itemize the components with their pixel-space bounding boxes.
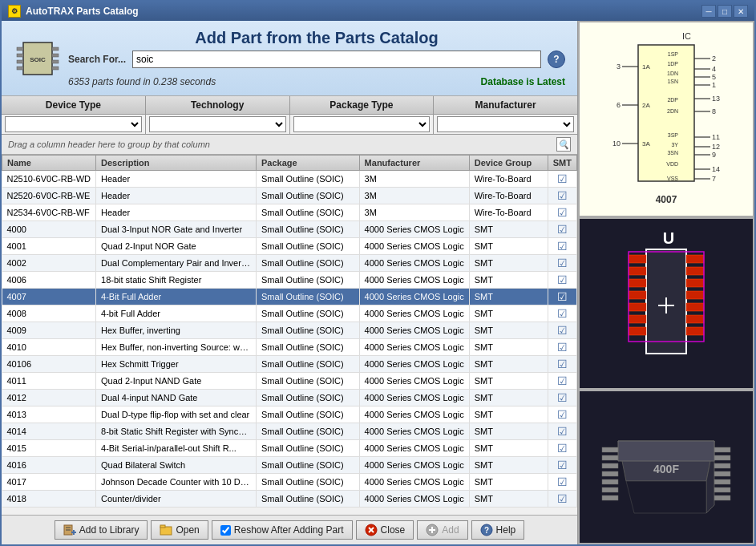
table-row[interactable]: 4013 Dual D-type flip-flop with set and … <box>2 406 577 423</box>
filter-headers: Device Type Technology Package Type Manu… <box>2 96 577 115</box>
svg-text:1SP: 1SP <box>668 51 679 57</box>
cell-pkg: Small Outline (SOIC) <box>257 221 360 238</box>
cell-smt: ☑ <box>548 305 576 322</box>
close-button[interactable]: Close <box>356 520 414 540</box>
filter-technology[interactable]: Technology <box>146 96 290 114</box>
table-row[interactable]: 4015 4-Bit Serial-in/parallel-out Shift … <box>2 440 577 457</box>
svg-text:13: 13 <box>712 95 720 103</box>
filter-package-type[interactable]: Package Type <box>290 96 435 114</box>
schematic-svg: IC 3 1A 6 2A <box>582 25 750 213</box>
right-panel: IC 3 1A 6 2A <box>578 21 754 544</box>
cell-mfr: 4000 Series CMOS Logic <box>359 491 469 508</box>
add-to-library-button[interactable]: Add to Library <box>55 520 148 540</box>
cell-pkg: Small Outline (SOIC) <box>257 491 360 508</box>
cell-desc: 8-bit Static Shift Register with Synchr.… <box>96 423 257 440</box>
table-row[interactable]: 4001 Quad 2-Input NOR Gate Small Outline… <box>2 238 577 255</box>
table-row[interactable]: 4012 Dual 4-input NAND Gate Small Outlin… <box>2 390 577 406</box>
svg-text:3Y: 3Y <box>671 142 678 148</box>
search-icon-button[interactable]: 🔍 <box>556 137 571 152</box>
svg-text:3: 3 <box>617 63 621 71</box>
col-header-name[interactable]: Name <box>2 156 96 171</box>
svg-text:5: 5 <box>712 73 716 81</box>
open-button[interactable]: Open <box>151 520 208 540</box>
svg-text:6: 6 <box>617 101 621 109</box>
svg-rect-102 <box>602 495 618 500</box>
table-row[interactable]: 4017 Johnson Decade Counter with 10 Dec.… <box>2 474 577 491</box>
cell-grp: SMT <box>469 356 548 373</box>
cell-desc: Quad Bilateral Switch <box>96 457 257 474</box>
table-row[interactable]: 4006 18-bit static Shift Register Small … <box>2 272 577 289</box>
svg-rect-2 <box>17 54 23 57</box>
cell-grp: SMT <box>469 305 548 322</box>
cell-pkg: Small Outline (SOIC) <box>257 188 360 204</box>
table-row[interactable]: N2520-6V0C-RB-WE Header Small Outline (S… <box>2 188 577 204</box>
maximize-button[interactable]: □ <box>718 5 732 18</box>
manufacturer-select[interactable] <box>437 116 574 132</box>
filter-manufacturer[interactable]: Manufacturer <box>434 96 577 114</box>
add-library-icon <box>63 524 76 536</box>
table-row[interactable]: 4018 Counter/divider Small Outline (SOIC… <box>2 491 577 508</box>
cell-smt: ☑ <box>548 322 576 339</box>
svg-rect-96 <box>602 447 618 452</box>
cell-mfr: 4000 Series CMOS Logic <box>359 423 469 440</box>
cell-name: N2520-6V0C-RB-WE <box>2 188 96 204</box>
col-header-grp[interactable]: Device Group <box>469 156 548 171</box>
device-type-select[interactable] <box>5 116 142 132</box>
cell-name: 4018 <box>2 491 96 508</box>
cell-grp: SMT <box>469 423 548 440</box>
table-row[interactable]: 4016 Quad Bilateral Switch Small Outline… <box>2 457 577 474</box>
table-row[interactable]: 4007 4-Bit Full Adder Small Outline (SOI… <box>2 289 577 305</box>
cell-pkg: Small Outline (SOIC) <box>257 406 360 423</box>
table-row[interactable]: 4008 4-bit Full Adder Small Outline (SOI… <box>2 305 577 322</box>
svg-rect-3 <box>17 60 23 63</box>
filter-device-type[interactable]: Device Type <box>2 96 146 114</box>
table-row[interactable]: 4011 Quad 2-Input NAND Gate Small Outlin… <box>2 373 577 390</box>
table-row[interactable]: 40106 Hex Schmitt Trigger Small Outline … <box>2 356 577 373</box>
cell-mfr: 4000 Series CMOS Logic <box>359 322 469 339</box>
col-header-mfr[interactable]: Manufacturer <box>359 156 469 171</box>
cell-name: 4001 <box>2 238 96 255</box>
add-button[interactable]: Add <box>417 520 467 540</box>
cell-grp: SMT <box>469 474 548 491</box>
table-row[interactable]: 4014 8-bit Static Shift Register with Sy… <box>2 423 577 440</box>
cell-name: 4015 <box>2 440 96 457</box>
cell-smt: ☑ <box>548 390 576 406</box>
cell-smt: ☑ <box>548 457 576 474</box>
cell-desc: Counter/divider <box>96 491 257 508</box>
col-header-desc[interactable]: Description <box>96 156 257 171</box>
main-window: ⚙ AutoTRAX Parts Catalog ─ □ ✕ <box>0 0 756 546</box>
cell-name: 4010 <box>2 339 96 356</box>
cell-pkg: Small Outline (SOIC) <box>257 204 360 221</box>
svg-text:1DP: 1DP <box>667 61 678 67</box>
package-type-select[interactable] <box>293 116 431 132</box>
cell-smt: ☑ <box>548 440 576 457</box>
reshow-button[interactable]: Reshow After Adding Part <box>212 520 353 540</box>
minimize-button[interactable]: ─ <box>701 5 716 18</box>
table-container[interactable]: Name Description Package Manufacturer De… <box>2 155 577 515</box>
cell-mfr: 4000 Series CMOS Logic <box>359 305 469 322</box>
help-button[interactable]: ? <box>548 51 565 68</box>
cell-mfr: 4000 Series CMOS Logic <box>359 339 469 356</box>
cell-smt: ☑ <box>548 339 576 356</box>
technology-select[interactable] <box>149 116 286 132</box>
col-header-smt[interactable]: SMT <box>548 156 576 171</box>
table-row[interactable]: 4000 Dual 3-Input NOR Gate and Inverter … <box>2 221 577 238</box>
cell-grp: SMT <box>469 373 548 390</box>
close-window-button[interactable]: ✕ <box>734 5 748 18</box>
table-row[interactable]: N2510-6V0C-RB-WD Header Small Outline (S… <box>2 171 577 188</box>
table-row[interactable]: 4002 Dual Complementary Pair and Inverte… <box>2 255 577 272</box>
reshow-checkbox[interactable] <box>220 525 231 536</box>
cell-desc: Header <box>96 188 257 204</box>
svg-rect-106 <box>714 471 730 476</box>
help-footer-button[interactable]: ? Help <box>471 520 525 540</box>
svg-rect-97 <box>602 455 618 460</box>
svg-rect-100 <box>602 479 618 484</box>
parts-table: Name Description Package Manufacturer De… <box>2 155 577 508</box>
table-row[interactable]: 4010 Hex Buffer, non-inverting Source: w… <box>2 339 577 356</box>
table-row[interactable]: N2534-6V0C-RB-WF Header Small Outline (S… <box>2 204 577 221</box>
col-header-pkg[interactable]: Package <box>257 156 360 171</box>
title-bar-left: ⚙ AutoTRAX Parts Catalog <box>8 5 139 18</box>
table-row[interactable]: 4009 Hex Buffer, inverting Small Outline… <box>2 322 577 339</box>
search-input[interactable] <box>132 51 541 68</box>
title-bar: ⚙ AutoTRAX Parts Catalog ─ □ ✕ <box>2 2 754 21</box>
